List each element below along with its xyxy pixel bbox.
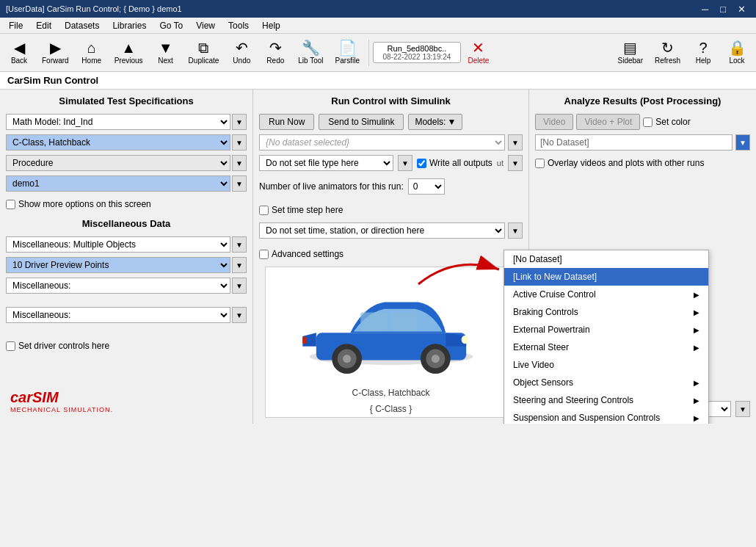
menu-tools[interactable]: Tools [222,19,255,32]
home-icon: ⌂ [87,40,96,55]
logo-text: carSIM [10,389,242,406]
procedure-select[interactable]: Procedure [6,155,230,171]
menu-help[interactable]: Help [256,19,286,32]
minimize-button[interactable]: ─ [697,4,713,15]
menu-datasets[interactable]: Datasets [59,19,105,32]
maximize-button[interactable]: □ [716,4,730,15]
overlay-checkbox[interactable] [535,159,545,168]
time-station-select[interactable]: Do not set time, station, or direction h… [259,222,505,239]
dd-live-video[interactable]: Live Video [504,356,708,374]
show-more-label[interactable]: Show more options on this screen [18,199,151,209]
redo-button[interactable]: ↷ Redo [259,37,291,69]
run-file-date: 08-22-2022 13:19:24 [383,53,451,61]
dataset-select[interactable]: {No dataset selected} [259,134,505,151]
dd-braking-controls[interactable]: Braking Controls ▶ [504,303,708,321]
driver-preview-select[interactable]: 10 Driver Preview Points [6,257,230,273]
close-button[interactable]: ✕ [733,4,750,15]
help-button[interactable]: ? Help [687,37,719,69]
run-file-name: Run_5ed808bc.. [388,44,447,53]
menu-goto[interactable]: Go To [153,19,189,32]
math-model-arrow[interactable]: ▼ [232,114,247,130]
set-driver-label[interactable]: Set driver controls here [18,341,109,351]
time-station-arrow[interactable]: ▼ [508,222,523,239]
show-more-checkbox[interactable] [6,200,15,209]
advanced-settings-checkbox[interactable] [259,250,269,259]
file-type-arrow[interactable]: ▼ [398,155,412,171]
dd-suspension-arrow: ▶ [694,414,699,422]
advanced-settings-label[interactable]: Advanced settings [272,249,344,259]
redo-icon: ↷ [269,40,282,55]
set-driver-checkbox[interactable] [6,341,15,351]
set-time-step-checkbox[interactable] [259,206,269,215]
forward-button[interactable]: ▶ Forward [37,37,74,69]
misc-empty2-arrow[interactable]: ▼ [232,307,247,323]
math-model-select[interactable]: Math Model: Ind_Ind [6,114,230,130]
sidebar-button[interactable]: ▤ Sidebar [613,37,648,69]
overlay-label[interactable]: Overlay videos and plots with other runs [548,158,704,168]
write-outputs-label[interactable]: Write all outputs [429,158,493,168]
menu-file[interactable]: File [3,19,29,32]
sidebar-icon: ▤ [623,40,637,55]
menu-view[interactable]: View [190,19,221,32]
video-plot-button[interactable]: Video + Plot [576,114,640,130]
write-outputs-checkbox[interactable] [417,159,426,168]
dataset-arrow[interactable]: ▼ [508,134,523,151]
file-type-select[interactable]: Do not set file type here [259,155,393,171]
dd-object-sensors[interactable]: Object Sensors ▶ [504,374,708,391]
dd-live-video-label: Live Video [513,360,554,370]
dd-external-steer[interactable]: External Steer ▶ [504,338,708,356]
parsfile-button[interactable]: 📄 Parsfile [330,37,365,69]
delete-button[interactable]: ✕ Delete [462,37,495,69]
vehicle-class-select[interactable]: C-Class, Hatchback [6,134,230,151]
lock-button[interactable]: 🔒 Lock [721,37,753,69]
undo-button[interactable]: ↶ Undo [225,37,258,69]
dd-suspension-controls[interactable]: Suspension and Suspension Controls ▶ [504,409,708,424]
misc-multiple-arrow[interactable]: ▼ [232,236,247,253]
dd-powertrain-label: External Powertrain [513,325,590,335]
home-label: Home [81,57,101,65]
duplicate-button[interactable]: ⧉ Duplicate [183,37,225,69]
procedure-value-arrow[interactable]: ▼ [232,175,247,192]
menu-libraries[interactable]: Libraries [106,19,152,32]
dd-external-powertrain[interactable]: External Powertrain ▶ [504,321,708,338]
set-color-label[interactable]: Set color [655,117,690,127]
set-driver-row: Set driver controls here [6,341,247,351]
misc-multiple-select[interactable]: Miscellaneous: Multiple Objects [6,236,230,253]
send-simulink-button[interactable]: Send to Simulink [319,114,404,130]
video-button[interactable]: Video [535,114,573,130]
driver-preview-row: 10 Driver Preview Points ▼ [6,257,247,273]
back-button[interactable]: ◀ Back [3,37,35,69]
misc-empty1-arrow[interactable]: ▼ [232,278,247,294]
set-color-checkbox[interactable] [643,117,653,127]
dd-steer-arrow: ▶ [694,344,699,352]
set-time-step-label[interactable]: Set time step here [272,205,343,215]
output-arrow[interactable]: ▼ [508,155,523,171]
animators-label: Number of live animators for this run: [259,181,404,192]
next-button[interactable]: ▼ Next [150,37,182,69]
models-dropdown[interactable]: Models: ▼ [408,114,462,130]
parsfile-label: Parsfile [335,57,360,65]
driver-preview-arrow[interactable]: ▼ [232,257,247,273]
dd-active-cruise[interactable]: Active Cruise Control ▶ [504,286,708,303]
misc-empty1-select[interactable]: Miscellaneous: [6,278,230,294]
vehicle-class-arrow[interactable]: ▼ [232,134,247,151]
procedure-value-select[interactable]: demo1 [6,175,230,192]
procedure-arrow[interactable]: ▼ [232,155,247,171]
animators-select[interactable]: 0 [408,178,445,195]
misc-empty2-select[interactable]: Miscellaneous: [6,307,230,323]
refresh-button[interactable]: ↻ Refresh [650,37,686,69]
echo-arrow[interactable]: ▼ [735,401,750,417]
run-file-button[interactable]: Run_5ed808bc.. 08-22-2022 13:19:24 [373,42,461,63]
lib-tool-button[interactable]: 🔧 Lib Tool [293,37,328,69]
dd-link-new-dataset[interactable]: [Link to New Dataset] [504,268,708,286]
home-button[interactable]: ⌂ Home [76,37,108,69]
dd-no-dataset[interactable]: [No Dataset] [504,250,708,268]
analyze-dataset-arrow[interactable]: ▼ [735,134,750,151]
dd-powertrain-arrow: ▶ [694,326,699,334]
run-now-button[interactable]: Run Now [259,114,314,130]
menu-edit[interactable]: Edit [30,19,57,32]
dd-braking-arrow: ▶ [694,308,699,316]
misc-multiple-row: Miscellaneous: Multiple Objects ▼ [6,236,247,253]
dd-steering-controls[interactable]: Steering and Steering Controls ▶ [504,391,708,409]
previous-button[interactable]: ▲ Previous [109,37,148,69]
